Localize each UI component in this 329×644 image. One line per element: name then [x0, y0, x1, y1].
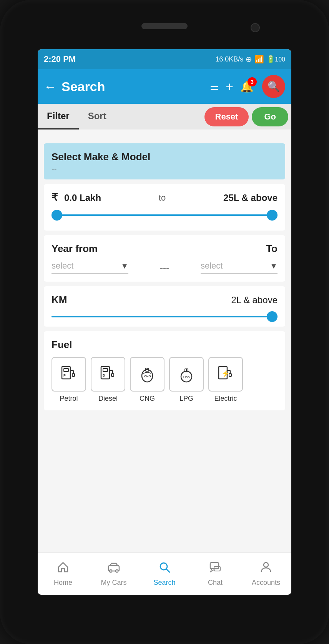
year-from-select[interactable]: select ▼ — [52, 261, 128, 274]
fuel-petrol-button[interactable]: P — [52, 357, 86, 392]
svg-point-32 — [264, 563, 268, 567]
status-bar: 2:20 PM 16.0KB/s ⊕ 📶 🔋100 — [38, 49, 291, 69]
fuel-cng-button[interactable]: CNG — [130, 357, 164, 392]
year-from-label: Year from — [52, 243, 98, 255]
nav-search-label: Search — [153, 579, 175, 587]
make-model-sub: -- — [52, 164, 277, 173]
svg-rect-1 — [64, 368, 68, 372]
home-icon — [57, 561, 69, 576]
notification-badge: 3 — [248, 77, 257, 86]
car-icon — [107, 561, 121, 576]
year-section: Year from To select ▼ --- select ▼ — [44, 235, 285, 282]
year-selects: select ▼ --- select ▼ — [52, 261, 277, 274]
app-bar-title: Search — [61, 79, 205, 94]
app-bar: ← Search ⚌ + 🔔 3 🔍 — [38, 69, 291, 104]
nav-chat-label: Chat — [208, 579, 223, 587]
fuel-item-electric: ⚡ Electric — [208, 357, 243, 403]
diesel-icon: D — [97, 363, 119, 385]
chat-icon — [209, 561, 221, 576]
km-section: KM 2L & above — [44, 286, 285, 327]
fuel-icons-row: P Petrol — [52, 357, 277, 403]
bottom-nav: Home My Cars — [38, 553, 291, 595]
fuel-electric-button[interactable]: ⚡ — [208, 357, 243, 392]
slider-track — [52, 214, 277, 216]
km-label: KM — [52, 294, 67, 306]
battery-icon: 🔋100 — [266, 55, 285, 63]
tab-filter[interactable]: Filter — [38, 104, 79, 129]
nav-my-cars-label: My Cars — [101, 579, 127, 587]
make-model-title: Select Make & Model — [52, 151, 277, 163]
year-from-text: select — [52, 261, 121, 271]
signal-icon: 📶 — [254, 55, 264, 64]
price-slider-left-thumb[interactable] — [52, 210, 62, 221]
search-nav-icon — [158, 561, 171, 576]
notification-button[interactable]: 🔔 3 — [240, 80, 254, 93]
add-icon[interactable]: + — [226, 79, 233, 94]
svg-line-29 — [166, 569, 169, 572]
year-to-label: To — [266, 243, 277, 255]
fuel-label: Fuel — [52, 339, 277, 351]
nav-search[interactable]: Search — [139, 557, 190, 591]
network-speed: 16.0KB/s — [215, 55, 243, 63]
status-time: 2:20 PM — [44, 54, 76, 64]
km-slider[interactable] — [52, 316, 277, 317]
price-row: ₹ 0.0 Lakh to 25L & above — [52, 192, 277, 204]
tab-bar: Filter Sort Reset Go — [38, 104, 291, 129]
year-to-select[interactable]: select ▼ — [201, 261, 277, 274]
search-icon: 🔍 — [268, 81, 280, 93]
spacer — [38, 129, 291, 136]
phone-camera — [251, 23, 260, 32]
phone-speaker — [141, 23, 188, 29]
km-header: KM 2L & above — [52, 294, 277, 306]
back-button[interactable]: ← — [44, 79, 57, 94]
fuel-lpg-button[interactable]: LPG — [169, 357, 204, 392]
person-icon — [260, 561, 272, 576]
svg-text:CNG: CNG — [144, 375, 151, 378]
price-to-label: to — [159, 193, 166, 203]
fuel-section: Fuel P — [44, 331, 285, 410]
nav-my-cars[interactable]: My Cars — [88, 557, 139, 591]
go-button[interactable]: Go — [252, 107, 288, 126]
tab-sort[interactable]: Sort — [79, 104, 116, 129]
battery-percent: 100 — [275, 56, 285, 63]
svg-text:D: D — [103, 373, 105, 377]
year-separator: --- — [160, 262, 169, 273]
tab-actions: Reset Go — [116, 104, 291, 129]
lpg-icon: LPG — [176, 363, 197, 385]
status-icons: 16.0KB/s ⊕ 📶 🔋100 — [215, 55, 285, 64]
fuel-cng-label: CNG — [140, 395, 155, 403]
svg-rect-24 — [229, 373, 231, 377]
fuel-diesel-label: Diesel — [98, 395, 118, 403]
content-area: Select Make & Model -- ₹ 0.0 Lakh to 25L… — [38, 129, 291, 553]
nav-accounts[interactable]: Accounts — [241, 557, 291, 591]
price-max: 25L & above — [223, 193, 277, 203]
nav-home[interactable]: Home — [38, 557, 88, 591]
cng-icon: CNG — [136, 363, 158, 385]
fuel-diesel-button[interactable]: D — [91, 357, 125, 392]
year-to-chevron: ▼ — [270, 262, 277, 271]
reset-button[interactable]: Reset — [204, 107, 249, 126]
search-button[interactable]: 🔍 — [262, 75, 285, 98]
nav-chat[interactable]: Chat — [190, 557, 241, 591]
nav-home-label: Home — [54, 579, 72, 587]
nav-accounts-label: Accounts — [252, 579, 280, 587]
price-range-section: ₹ 0.0 Lakh to 25L & above — [44, 184, 285, 231]
price-min-group: ₹ 0.0 Lakh — [52, 192, 101, 204]
year-from-chevron: ▼ — [121, 262, 128, 271]
fuel-electric-label: Electric — [214, 395, 237, 403]
price-slider[interactable] — [52, 207, 277, 223]
menu-icon[interactable]: ⚌ — [210, 81, 219, 93]
km-value: 2L & above — [231, 295, 277, 305]
fuel-item-diesel: D Diesel — [91, 357, 125, 403]
price-slider-right-thumb[interactable] — [267, 210, 277, 221]
svg-rect-11 — [111, 373, 114, 377]
rupee-icon: ₹ — [52, 192, 58, 204]
svg-rect-5 — [72, 373, 75, 377]
make-model-section[interactable]: Select Make & Model -- — [44, 143, 285, 179]
fuel-petrol-label: Petrol — [60, 395, 78, 403]
fuel-item-petrol: P Petrol — [52, 357, 86, 403]
electric-icon: ⚡ — [215, 363, 236, 385]
wifi-icon: ⊕ — [246, 55, 252, 64]
year-to-text: select — [201, 261, 270, 271]
petrol-icon: P — [58, 363, 80, 385]
